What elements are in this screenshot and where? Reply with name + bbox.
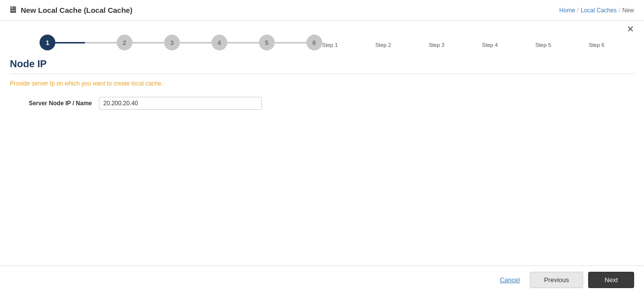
monitor-icon: 🖥	[8, 5, 17, 15]
step-6-label: Step 6	[589, 42, 604, 48]
step-4-circle: 4	[212, 35, 227, 50]
step-4-label: Step 4	[482, 42, 498, 48]
breadcrumb-sep1: /	[577, 7, 579, 14]
connector-2-3	[132, 42, 164, 43]
step-2-circle: 2	[117, 35, 132, 50]
info-text: Provide server Ip on which you want to c…	[10, 80, 634, 87]
step-5-label: Step 5	[535, 42, 551, 48]
connector-3-4	[180, 42, 212, 43]
page-title: 🖥 New Local Cache (Local Cache)	[8, 5, 132, 15]
stepper: 1 2 3 4 5 6 Step 1 Step 2 Step	[10, 21, 634, 50]
form-label: Server Node IP / Name	[10, 100, 99, 107]
stepper-row: 1 2 3 4 5 6	[40, 35, 322, 50]
step-3-label: Step 3	[429, 42, 444, 48]
connector-1-2-active	[55, 42, 85, 43]
connector-4-5	[227, 42, 259, 43]
page-header: 🖥 New Local Cache (Local Cache) Home / L…	[0, 0, 644, 21]
step-5-circle: 5	[259, 35, 275, 50]
breadcrumb-home[interactable]: Home	[559, 7, 575, 14]
footer: Cancel Previous Next	[0, 265, 644, 294]
breadcrumb-section[interactable]: Local Caches	[581, 7, 617, 14]
form-row: Server Node IP / Name	[10, 97, 634, 110]
server-node-ip-input[interactable]	[99, 97, 262, 110]
previous-button[interactable]: Previous	[530, 272, 584, 288]
main-content: ✕ 1 2 3 4 5 6 Step 1	[0, 21, 644, 110]
breadcrumb: Home / Local Caches / New	[559, 7, 634, 14]
step-1-circle: 1	[40, 35, 55, 50]
step-1-label: Step 1	[322, 42, 338, 48]
close-button[interactable]: ✕	[627, 25, 634, 34]
breadcrumb-sep2: /	[619, 7, 620, 14]
next-button[interactable]: Next	[588, 272, 634, 288]
stepper-labels: Step 1 Step 2 Step 3 Step 4 Step 5 Step …	[322, 40, 605, 48]
breadcrumb-current: New	[622, 7, 634, 14]
step-2-label: Step 2	[375, 42, 391, 48]
cancel-button[interactable]: Cancel	[495, 276, 524, 284]
section-heading: Node IP	[10, 58, 634, 74]
connector-1-2-pending	[85, 42, 117, 43]
step-6-circle: 6	[306, 35, 322, 50]
page-title-text: New Local Cache (Local Cache)	[21, 6, 132, 14]
connector-5-6	[275, 42, 306, 43]
step-3-circle: 3	[164, 35, 180, 50]
